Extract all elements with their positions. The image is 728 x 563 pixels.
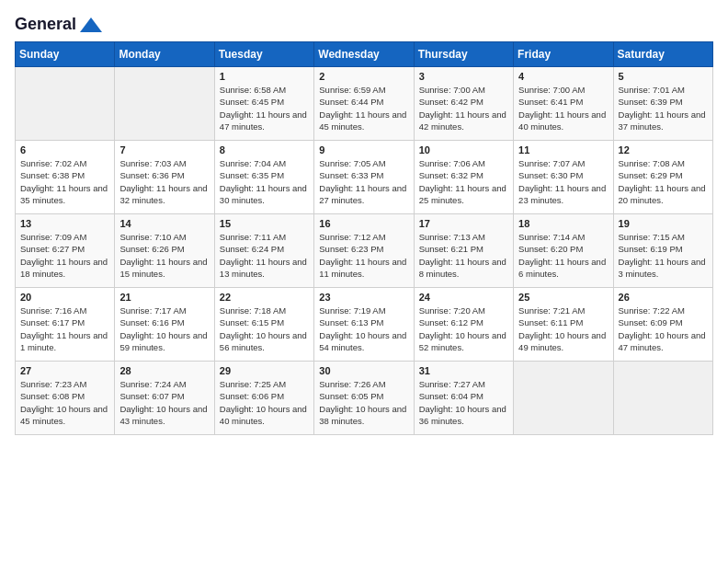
calendar-week-4: 20Sunrise: 7:16 AMSunset: 6:17 PMDayligh… [16,288,713,362]
day-detail: Sunrise: 7:17 AMSunset: 6:16 PMDaylight:… [119,304,209,353]
day-detail: Sunrise: 7:19 AMSunset: 6:13 PMDaylight:… [319,304,408,353]
day-number: 1 [220,71,309,82]
calendar-cell: 26Sunrise: 7:22 AMSunset: 6:09 PMDayligh… [613,288,712,362]
day-number: 10 [419,144,508,155]
day-number: 9 [319,144,408,155]
calendar-cell: 29Sunrise: 7:25 AMSunset: 6:06 PMDayligh… [214,362,313,435]
weekday-header-monday: Monday [115,42,214,67]
day-detail: Sunrise: 6:59 AMSunset: 6:44 PMDaylight:… [319,84,408,132]
logo-icon [78,16,104,34]
calendar-cell [115,67,214,141]
day-number: 11 [518,144,608,155]
day-number: 2 [319,71,408,82]
day-number: 31 [419,365,508,376]
page-header: General [15,15,713,30]
day-number: 17 [419,218,508,229]
day-number: 27 [20,365,109,376]
day-number: 5 [619,71,708,82]
day-number: 28 [119,365,209,376]
day-number: 3 [419,71,508,82]
calendar-cell: 1Sunrise: 6:58 AMSunset: 6:45 PMDaylight… [214,67,313,141]
day-number: 14 [119,218,209,229]
day-detail: Sunrise: 7:00 AMSunset: 6:42 PMDaylight:… [419,84,508,132]
day-number: 22 [220,292,309,303]
day-number: 24 [419,292,508,303]
day-detail: Sunrise: 7:03 AMSunset: 6:36 PMDaylight:… [119,157,209,206]
day-detail: Sunrise: 7:04 AMSunset: 6:35 PMDaylight:… [220,157,309,206]
day-detail: Sunrise: 7:24 AMSunset: 6:07 PMDaylight:… [119,378,209,427]
logo-general: General [15,15,76,34]
day-number: 26 [619,292,708,303]
weekday-header-tuesday: Tuesday [214,42,313,67]
calendar-cell: 18Sunrise: 7:14 AMSunset: 6:20 PMDayligh… [514,214,613,288]
day-detail: Sunrise: 7:00 AMSunset: 6:41 PMDaylight:… [518,84,608,132]
day-number: 18 [518,218,608,229]
calendar-cell: 2Sunrise: 6:59 AMSunset: 6:44 PMDaylight… [314,67,414,141]
day-number: 20 [20,292,109,303]
calendar-cell: 6Sunrise: 7:02 AMSunset: 6:38 PMDaylight… [16,141,115,214]
calendar-cell: 7Sunrise: 7:03 AMSunset: 6:36 PMDaylight… [115,141,214,214]
day-detail: Sunrise: 7:14 AMSunset: 6:20 PMDaylight:… [518,231,608,280]
calendar-cell: 20Sunrise: 7:16 AMSunset: 6:17 PMDayligh… [16,288,115,362]
day-detail: Sunrise: 7:09 AMSunset: 6:27 PMDaylight:… [20,231,109,280]
calendar-cell: 5Sunrise: 7:01 AMSunset: 6:39 PMDaylight… [613,67,712,141]
logo: General [15,15,104,30]
calendar-cell: 25Sunrise: 7:21 AMSunset: 6:11 PMDayligh… [514,288,613,362]
calendar-cell: 16Sunrise: 7:12 AMSunset: 6:23 PMDayligh… [314,214,414,288]
day-detail: Sunrise: 7:16 AMSunset: 6:17 PMDaylight:… [20,304,109,353]
weekday-header-saturday: Saturday [613,42,712,67]
weekday-header-sunday: Sunday [16,42,115,67]
calendar-cell: 14Sunrise: 7:10 AMSunset: 6:26 PMDayligh… [115,214,214,288]
calendar-cell: 17Sunrise: 7:13 AMSunset: 6:21 PMDayligh… [414,214,513,288]
calendar-week-2: 6Sunrise: 7:02 AMSunset: 6:38 PMDaylight… [16,141,713,214]
day-detail: Sunrise: 7:10 AMSunset: 6:26 PMDaylight:… [119,231,209,280]
weekday-header-thursday: Thursday [414,42,513,67]
svg-marker-0 [80,17,102,32]
day-number: 7 [119,144,209,155]
calendar-cell: 3Sunrise: 7:00 AMSunset: 6:42 PMDaylight… [414,67,513,141]
day-detail: Sunrise: 7:22 AMSunset: 6:09 PMDaylight:… [619,304,708,353]
calendar-cell: 21Sunrise: 7:17 AMSunset: 6:16 PMDayligh… [115,288,214,362]
day-detail: Sunrise: 7:25 AMSunset: 6:06 PMDaylight:… [220,378,309,427]
calendar-cell: 23Sunrise: 7:19 AMSunset: 6:13 PMDayligh… [314,288,414,362]
weekday-header-row: SundayMondayTuesdayWednesdayThursdayFrid… [16,42,713,67]
calendar-cell: 9Sunrise: 7:05 AMSunset: 6:33 PMDaylight… [314,141,414,214]
calendar-cell [16,67,115,141]
calendar-cell: 4Sunrise: 7:00 AMSunset: 6:41 PMDaylight… [514,67,613,141]
calendar-cell: 8Sunrise: 7:04 AMSunset: 6:35 PMDaylight… [214,141,313,214]
day-number: 13 [20,218,109,229]
calendar-cell: 27Sunrise: 7:23 AMSunset: 6:08 PMDayligh… [16,362,115,435]
calendar-cell: 24Sunrise: 7:20 AMSunset: 6:12 PMDayligh… [414,288,513,362]
calendar-cell: 31Sunrise: 7:27 AMSunset: 6:04 PMDayligh… [414,362,513,435]
calendar-cell: 10Sunrise: 7:06 AMSunset: 6:32 PMDayligh… [414,141,513,214]
day-number: 8 [220,144,309,155]
day-detail: Sunrise: 7:08 AMSunset: 6:29 PMDaylight:… [619,157,708,206]
calendar-cell [514,362,613,435]
day-detail: Sunrise: 7:02 AMSunset: 6:38 PMDaylight:… [20,157,109,206]
day-number: 23 [319,292,408,303]
calendar-cell: 30Sunrise: 7:26 AMSunset: 6:05 PMDayligh… [314,362,414,435]
day-detail: Sunrise: 7:13 AMSunset: 6:21 PMDaylight:… [419,231,508,280]
day-detail: Sunrise: 7:05 AMSunset: 6:33 PMDaylight:… [319,157,408,206]
calendar-cell: 12Sunrise: 7:08 AMSunset: 6:29 PMDayligh… [613,141,712,214]
calendar-cell: 19Sunrise: 7:15 AMSunset: 6:19 PMDayligh… [613,214,712,288]
day-number: 12 [619,144,708,155]
day-number: 4 [518,71,608,82]
day-detail: Sunrise: 6:58 AMSunset: 6:45 PMDaylight:… [220,84,309,132]
calendar-week-5: 27Sunrise: 7:23 AMSunset: 6:08 PMDayligh… [16,362,713,435]
calendar-cell: 11Sunrise: 7:07 AMSunset: 6:30 PMDayligh… [514,141,613,214]
day-detail: Sunrise: 7:20 AMSunset: 6:12 PMDaylight:… [419,304,508,353]
calendar-cell: 28Sunrise: 7:24 AMSunset: 6:07 PMDayligh… [115,362,214,435]
day-detail: Sunrise: 7:06 AMSunset: 6:32 PMDaylight:… [419,157,508,206]
day-number: 15 [220,218,309,229]
weekday-header-wednesday: Wednesday [314,42,414,67]
day-detail: Sunrise: 7:27 AMSunset: 6:04 PMDaylight:… [419,378,508,427]
day-number: 25 [518,292,608,303]
day-detail: Sunrise: 7:11 AMSunset: 6:24 PMDaylight:… [220,231,309,280]
day-number: 6 [20,144,109,155]
day-detail: Sunrise: 7:26 AMSunset: 6:05 PMDaylight:… [319,378,408,427]
calendar-table: SundayMondayTuesdayWednesdayThursdayFrid… [15,41,713,435]
calendar-cell: 22Sunrise: 7:18 AMSunset: 6:15 PMDayligh… [214,288,313,362]
day-detail: Sunrise: 7:07 AMSunset: 6:30 PMDaylight:… [518,157,608,206]
calendar-cell: 15Sunrise: 7:11 AMSunset: 6:24 PMDayligh… [214,214,313,288]
